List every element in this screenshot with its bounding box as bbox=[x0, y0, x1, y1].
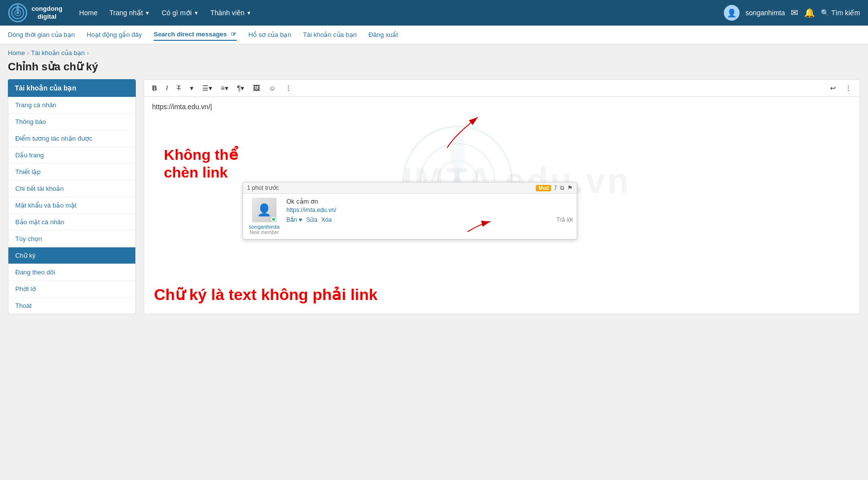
editor-area: B I T ▾ ☰▾ ≡▾ ¶▾ 🖼 ☺ ⋮ ↩ ⋮ bbox=[144, 79, 860, 314]
sidebar-item-chi-tiet-tai-khoan[interactable]: Chi tiết tài khoản bbox=[8, 180, 135, 197]
more-options-button[interactable]: ⋮ bbox=[282, 83, 295, 93]
breadcrumb-sep: › bbox=[27, 49, 29, 57]
nav-links: Home Trang nhất ▼ Có gì mới ▼ Thành viên… bbox=[74, 6, 724, 20]
sidebar-item-dang-theo-doi[interactable]: Đang theo dõi bbox=[8, 264, 135, 281]
logo-area[interactable]: congdong digital bbox=[8, 3, 62, 23]
sidebar-item-tuy-chon[interactable]: Tùy chọn bbox=[8, 231, 135, 247]
sidebar-item-thiet-lap[interactable]: Thiết lập bbox=[8, 164, 135, 180]
flag-icon: ⚑ bbox=[567, 184, 573, 191]
top-navbar: congdong digital Home Trang nhất ▼ Có gì… bbox=[0, 0, 868, 26]
reply-button[interactable]: Trả lời bbox=[556, 216, 573, 223]
paragraph-button[interactable]: ¶▾ bbox=[234, 83, 248, 93]
undo-button[interactable]: ↩ bbox=[827, 83, 839, 93]
sidebar-item-diem-tuong-tac[interactable]: Điểm tương tác nhận được bbox=[8, 130, 135, 147]
sidebar: Tài khoản của bạn Trang cá nhân Thông bá… bbox=[8, 79, 136, 314]
chevron-down-icon: ▼ bbox=[145, 10, 150, 16]
strikethrough-button[interactable]: T bbox=[174, 83, 184, 93]
sidebar-item-mat-khau[interactable]: Mật khẩu và bảo mật bbox=[8, 197, 135, 214]
popup-screenshot: 1 phút trước Mod ⤴ ⧉ ⚑ 👤 bbox=[243, 182, 577, 240]
editor-content[interactable]: IMTA edu.vn https://imta.edu.vn/ bbox=[144, 97, 860, 244]
annotation-cannot-insert-link: Không thể chèn link bbox=[164, 146, 238, 181]
emoji-button[interactable]: ☺ bbox=[266, 83, 279, 93]
main-content: Tài khoản của bạn Trang cá nhân Thông bá… bbox=[0, 79, 868, 322]
bell-icon[interactable]: 🔔 bbox=[804, 7, 815, 18]
breadcrumb-tai-khoan[interactable]: Tài khoản của bạn bbox=[31, 49, 85, 57]
nav-thanh-vien[interactable]: Thành viên ▼ bbox=[206, 6, 256, 20]
toolbar-right: ↩ ⋮ bbox=[827, 83, 855, 93]
sidebar-item-trang-ca-nhan[interactable]: Trang cá nhân bbox=[8, 97, 135, 114]
popup-header: 1 phút trước Mod ⤴ ⧉ ⚑ bbox=[243, 182, 577, 194]
mail-icon[interactable]: ✉ bbox=[791, 7, 798, 18]
nav-trang-nhat[interactable]: Trang nhất ▼ bbox=[104, 6, 155, 20]
username-label: songanhimta bbox=[745, 9, 785, 17]
breadcrumb-home[interactable]: Home bbox=[8, 49, 25, 57]
breadcrumb-sep2: › bbox=[87, 49, 89, 57]
breadcrumb: Home › Tài khoản của bạn › bbox=[0, 44, 868, 59]
nav-right: 👤 songanhimta ✉ 🔔 🔍 Tìm kiếm bbox=[724, 5, 860, 21]
nav-co-gi-moi[interactable]: Có gì mới ▼ bbox=[157, 6, 204, 20]
cursor-icon: ☞ bbox=[231, 30, 237, 38]
popup-badge: Mod bbox=[536, 185, 551, 191]
sidebar-item-thoat[interactable]: Thoát bbox=[8, 298, 135, 314]
annotation-signature-is-text: Chữ ký là text không phải link bbox=[154, 285, 377, 304]
image-button[interactable]: 🖼 bbox=[250, 83, 263, 93]
toolbar-settings-button[interactable]: ⋮ bbox=[842, 83, 855, 93]
copy-icon: ⧉ bbox=[560, 184, 564, 191]
sec-nav-dang-xuat[interactable]: Đăng xuất bbox=[369, 29, 398, 40]
sidebar-header: Tài khoản của bạn bbox=[8, 79, 136, 97]
delete-button[interactable]: Xóa bbox=[321, 216, 332, 223]
editor-toolbar: B I T ▾ ☰▾ ≡▾ ¶▾ 🖼 ☺ ⋮ ↩ ⋮ bbox=[144, 80, 860, 97]
online-dot bbox=[271, 217, 276, 222]
avatar: 👤 bbox=[724, 5, 740, 21]
secondary-nav: Dòng thời gian của bạn Hoạt động gần đây… bbox=[0, 26, 868, 44]
more-text-button[interactable]: ▾ bbox=[187, 83, 196, 93]
sidebar-item-bao-mat-ca-nhan[interactable]: Bảo mật cá nhân bbox=[8, 214, 135, 231]
search-icon: 🔍 bbox=[821, 9, 829, 17]
popup-message-area: Ok cảm ơn https://imta.edu.vn/ Bắn ♥ Sửa… bbox=[286, 198, 573, 235]
chevron-down-icon: ▼ bbox=[247, 10, 251, 16]
popup-action-left: Bắn ♥ Sửa Xóa bbox=[286, 216, 332, 223]
sidebar-menu: Trang cá nhân Thông báo Điểm tương tác n… bbox=[8, 97, 136, 314]
popup-body: 👤 songanhimta New member Ok cảm ơn https… bbox=[243, 194, 577, 239]
sidebar-item-dau-trang[interactable]: Dấu trang bbox=[8, 147, 135, 164]
sec-nav-dong-thoi-gian[interactable]: Dòng thời gian của bạn bbox=[8, 29, 75, 40]
chevron-down-icon: ▼ bbox=[194, 10, 199, 16]
popup-actions: Bắn ♥ Sửa Xóa Trả lời bbox=[286, 216, 573, 223]
editor-url-text: https://imta.edu.vn/ bbox=[152, 103, 212, 111]
search-button[interactable]: 🔍 Tìm kiếm bbox=[821, 9, 860, 17]
popup-username: songanhimta bbox=[249, 224, 280, 230]
logo-text: congdong digital bbox=[31, 5, 62, 20]
logo-icon bbox=[8, 3, 28, 23]
nav-home[interactable]: Home bbox=[74, 6, 102, 20]
popup-time: 1 phút trước bbox=[247, 184, 279, 191]
sec-nav-tai-khoan[interactable]: Tài khoản của bạn bbox=[303, 29, 357, 40]
edit-button[interactable]: Sửa bbox=[306, 216, 317, 223]
popup-role: New member bbox=[249, 230, 279, 235]
page-title: Chỉnh sửa chữ ký bbox=[0, 59, 868, 79]
sec-nav-hoat-dong[interactable]: Hoạt động gần đây bbox=[87, 29, 142, 40]
list1-button[interactable]: ☰▾ bbox=[199, 83, 215, 93]
list2-button[interactable]: ≡▾ bbox=[218, 83, 231, 93]
sec-nav-search-dm[interactable]: Search direct messages ☞ bbox=[154, 29, 237, 41]
sidebar-item-thong-bao[interactable]: Thông báo bbox=[8, 114, 135, 130]
popup-avatar-area: 👤 songanhimta New member bbox=[247, 198, 281, 235]
popup-header-right: Mod ⤴ ⧉ ⚑ bbox=[536, 184, 573, 191]
popup-avatar: 👤 bbox=[252, 198, 277, 222]
popup-msg-text: Ok cảm ơn bbox=[286, 198, 573, 205]
sidebar-item-chu-ky[interactable]: Chữ ký bbox=[8, 247, 135, 264]
italic-button[interactable]: I bbox=[163, 83, 171, 93]
bold-button[interactable]: B bbox=[149, 83, 160, 93]
popup-link: https://imta.edu.vn/ bbox=[286, 207, 573, 213]
react-button[interactable]: Bắn ♥ bbox=[286, 216, 302, 223]
svg-point-3 bbox=[17, 12, 19, 14]
share-icon: ⤴ bbox=[554, 184, 557, 191]
sec-nav-ho-so[interactable]: Hồ sơ của bạn bbox=[248, 29, 291, 40]
sidebar-item-phot-lo[interactable]: Phớt lờ bbox=[8, 281, 135, 298]
